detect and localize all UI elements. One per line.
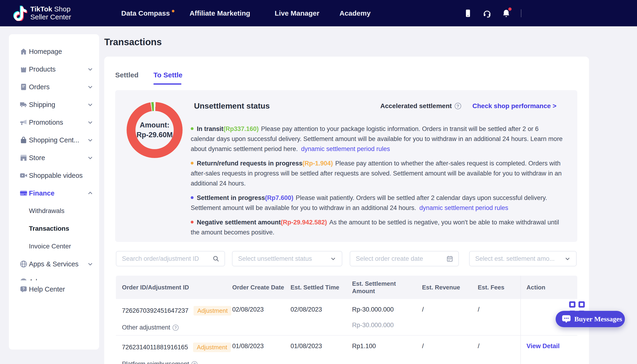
nav-item-affiliate-marketing[interactable]: Affiliate Marketing xyxy=(190,0,250,26)
question-circle-icon[interactable]: ? xyxy=(191,361,198,364)
sidebar-item-transactions[interactable]: Transactions xyxy=(9,220,99,238)
adjustment-type: Platform reimbursement xyxy=(122,360,189,364)
amount-select-input[interactable] xyxy=(470,255,564,262)
bullet-negative-settlement: Negative settlement amount(Rp-29.942.582… xyxy=(191,218,564,238)
adjustment-badge: Adjustment xyxy=(194,306,231,316)
col-header-create-date: Order Create Date xyxy=(232,276,291,299)
bullet-settlement-in-progress: Settlement in progress(Rp7.600)Please wa… xyxy=(191,193,564,213)
chevron-down-icon xyxy=(87,119,93,125)
help-bubble-icon: ? xyxy=(20,285,28,293)
dynamic-settlement-rules-link[interactable]: dynamic settlement period rules xyxy=(301,146,390,152)
sidebar-item-orders[interactable]: Orders xyxy=(9,78,99,96)
sidebar-item-store[interactable]: Store xyxy=(9,149,99,166)
sidebar-item-withdrawals[interactable]: Withdrawals xyxy=(9,202,99,220)
storefront-icon xyxy=(20,154,28,162)
globe-icon xyxy=(20,260,28,268)
chevron-down-icon xyxy=(87,102,93,108)
sidebar-item-promotions[interactable]: Promotions xyxy=(9,114,99,131)
home-icon xyxy=(20,48,28,56)
unsettlement-status-select[interactable] xyxy=(232,251,342,266)
sidebar-item-shoppable-videos[interactable]: Shoppable videos xyxy=(9,166,99,184)
active-tab-underline xyxy=(153,84,181,84)
tab-to-settle[interactable]: To Settle xyxy=(153,71,182,79)
notification-dot xyxy=(508,8,511,11)
unsettlement-donut-chart: Amount: Rp-29.60M xyxy=(127,102,183,158)
view-detail-link[interactable]: View Detail xyxy=(526,342,574,350)
credit-card-icon xyxy=(20,189,28,197)
status-bullet-list: In transit(Rp337.160)Please pay attentio… xyxy=(191,124,564,242)
table-row: 7262670392451647237 Adjustment Other adj… xyxy=(116,299,577,336)
settlement-amount-select[interactable] xyxy=(469,251,577,266)
sidebar-item-apps-services[interactable]: Apps & Services xyxy=(9,255,99,273)
order-create-date-picker[interactable] xyxy=(350,251,459,266)
est-revenue: / xyxy=(422,306,474,313)
search-input[interactable] xyxy=(116,255,212,262)
order-create-date: 02/08/2023 xyxy=(232,306,287,313)
sidebar-item-homepage[interactable]: Homepage xyxy=(9,43,99,60)
search-icon xyxy=(212,255,219,262)
question-circle-icon[interactable]: ? xyxy=(455,103,461,109)
mobile-app-icon[interactable] xyxy=(463,9,472,18)
video-camera-icon xyxy=(20,172,28,180)
table-header-row: Order ID/Adjustment ID Order Create Date… xyxy=(116,276,577,299)
red-dot-icon xyxy=(191,221,194,224)
check-shop-performance-link[interactable]: Check shop performance > xyxy=(472,102,556,110)
buyer-messages-label: Buyer Messages xyxy=(574,315,622,323)
nav-item-live-manager[interactable]: Live Manager xyxy=(275,0,319,26)
donut-amount-value: Rp-29.60M xyxy=(136,130,173,140)
buyer-messages-button[interactable]: Buyer Messages xyxy=(556,311,625,327)
notifications-bell-icon[interactable] xyxy=(502,9,511,18)
chevron-down-icon xyxy=(87,137,93,143)
navbar-divider xyxy=(521,9,521,17)
table-row: 7262314011881916165 Adjustment Platform … xyxy=(116,336,577,364)
transactions-card: Settled To Settle Amount: Rp-29.60M Unse… xyxy=(104,57,589,364)
calendar-icon xyxy=(446,255,453,262)
shopping-bag-icon xyxy=(20,65,28,73)
chevron-down-icon xyxy=(564,255,571,262)
purple-dot-icon xyxy=(191,196,194,199)
logo-text: TikTok Shop Seller Center xyxy=(30,5,71,21)
transactions-table: Order ID/Adjustment ID Order Create Date… xyxy=(116,276,577,364)
order-create-date: 01/08/2023 xyxy=(232,342,287,350)
unsettlement-status-panel: Amount: Rp-29.60M Unsettlement status Ac… xyxy=(115,90,577,242)
order-id: 7262670392451647237 xyxy=(122,307,188,314)
chevron-down-icon xyxy=(87,66,93,72)
chat-bubble-icon xyxy=(562,315,571,323)
sidebar-item-shipping[interactable]: Shipping xyxy=(9,96,99,114)
est-fees: / xyxy=(478,306,517,313)
new-badge-dot xyxy=(172,10,174,12)
orange-dot-icon xyxy=(191,162,194,164)
chevron-down-icon xyxy=(87,155,93,161)
truck-icon xyxy=(20,101,28,108)
est-settled-time: 02/08/2023 xyxy=(291,306,349,313)
sidebar-item-finance[interactable]: Finance xyxy=(9,184,99,202)
search-order-id-input[interactable] xyxy=(116,251,225,266)
est-settled-time: 01/08/2023 xyxy=(291,342,349,350)
accelerated-settlement-label: Accelerated settlement ? xyxy=(380,102,461,110)
date-input[interactable] xyxy=(350,255,446,262)
nav-item-academy[interactable]: Academy xyxy=(339,0,370,26)
green-dot-icon xyxy=(191,127,194,130)
dynamic-settlement-rules-link[interactable]: dynamic settlement period rules xyxy=(419,204,508,211)
status-select-input[interactable] xyxy=(232,255,330,262)
sidebar-item-shopping-center[interactable]: Shopping Cent... xyxy=(9,131,99,149)
sidebar-item-help-center[interactable]: ? Help Center xyxy=(9,280,99,300)
tiktok-shop-logo[interactable]: TikTok Shop Seller Center xyxy=(13,5,71,21)
col-header-settlement-amount: Est. Settlement Amount xyxy=(352,276,422,299)
sidebar-item-invoice-center[interactable]: Invoice Center xyxy=(9,238,99,255)
question-circle-icon[interactable]: ? xyxy=(173,324,179,331)
nav-item-data-compass[interactable]: Data Compass xyxy=(121,0,174,26)
chevron-down-icon xyxy=(87,84,93,90)
handbag-icon xyxy=(20,136,28,144)
est-fees: / xyxy=(478,342,517,350)
order-document-icon xyxy=(20,83,28,91)
support-headset-icon[interactable] xyxy=(483,9,491,18)
sidebar-item-products[interactable]: Products xyxy=(9,60,99,78)
megaphone-icon xyxy=(20,118,28,126)
chevron-down-icon xyxy=(87,261,93,267)
bullet-return-refund: Return/refund requests in progress(Rp-1.… xyxy=(191,158,564,188)
tab-settled[interactable]: Settled xyxy=(115,71,139,79)
page-title: Transactions xyxy=(104,37,162,47)
est-settlement-amount: Rp1.100 xyxy=(352,342,419,350)
col-header-fees: Est. Fees xyxy=(478,276,520,299)
